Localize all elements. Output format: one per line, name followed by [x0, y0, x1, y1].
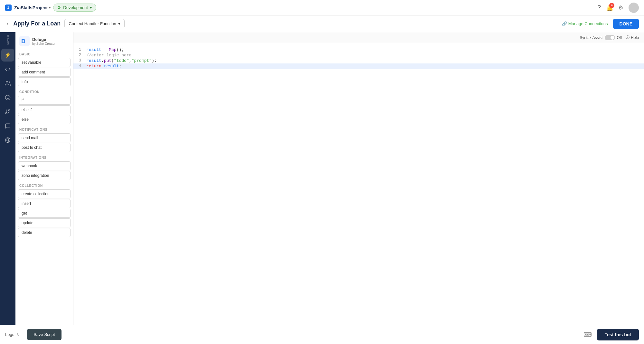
main-footer: Logs ∧ Save Script ⌨ Test this bot	[0, 325, 644, 344]
section-basic-label: BASIC	[15, 49, 73, 57]
snippet-send-mail[interactable]: send mail	[18, 133, 71, 142]
save-script-button[interactable]: Save Script	[27, 329, 61, 340]
done-button[interactable]: DONE	[613, 19, 639, 29]
snippet-insert[interactable]: insert	[18, 199, 71, 208]
env-label: Development	[63, 5, 88, 10]
top-nav-right: ? 🔔 4 ⚙	[598, 3, 639, 13]
sidebar-item-code[interactable]	[1, 63, 14, 76]
logs-bar[interactable]: Logs ∧	[5, 332, 19, 337]
keyboard-icon: ⌨	[583, 331, 592, 338]
back-button[interactable]: ‹	[5, 20, 9, 28]
sidebar-item-chat[interactable]	[1, 119, 14, 132]
line-number-3: 3	[73, 58, 86, 63]
code-line-1: 1 result = Map();	[73, 47, 644, 53]
syntax-assist: Syntax Assist Off	[580, 35, 622, 40]
function-label: Context Handler Function	[69, 21, 116, 26]
code-sidebar: D Deluge by Zoho Creator BASIC set varia…	[15, 32, 73, 344]
notification-count: 4	[609, 3, 614, 8]
deluge-subtitle: by Zoho Creator	[32, 42, 55, 45]
section-basic: BASIC set variable add comment info	[15, 49, 73, 86]
project-dropdown-arrow: ▾	[49, 6, 51, 9]
snippet-create-collection[interactable]: create collection	[18, 189, 71, 198]
logs-label: Logs	[5, 332, 14, 337]
line-content-1: result = Map();	[86, 47, 124, 52]
second-bar-right: 🔗 Manage Connections DONE	[562, 19, 639, 29]
logs-arrow: ∧	[16, 332, 19, 337]
svg-point-6	[5, 112, 7, 114]
page-title: Apply For a Loan	[13, 20, 61, 27]
svg-text:D: D	[21, 38, 25, 44]
snippet-post-to-chat[interactable]: post to chat	[18, 143, 71, 152]
avatar[interactable]	[629, 3, 639, 13]
sidebar-item-users[interactable]	[1, 77, 14, 90]
services-label: Services	[6, 35, 9, 45]
function-dropdown[interactable]: Context Handler Function ▾	[64, 19, 124, 28]
function-dropdown-arrow: ▾	[118, 21, 120, 26]
svg-point-5	[8, 110, 10, 111]
snippet-webhook[interactable]: webhook	[18, 161, 71, 170]
notifications-button[interactable]: 🔔 4	[606, 4, 613, 11]
line-content-2: //enter logic here	[86, 53, 131, 58]
sidebar-item-git[interactable]	[1, 105, 14, 118]
help-icon: ⓘ	[626, 35, 630, 40]
snippet-update[interactable]: update	[18, 218, 71, 227]
section-integrations: INTEGRATIONS webhook zoho integration	[15, 153, 73, 180]
top-nav-left: Z ZiaSkillsProject ▾ ⚙ Development ▾	[5, 4, 598, 12]
line-number-2: 2	[73, 53, 86, 57]
toggle-state-label: Off	[617, 35, 622, 40]
section-collection: COLLECTION create collection insert get …	[15, 181, 73, 237]
link-icon: 🔗	[562, 21, 567, 26]
snippet-else[interactable]: else	[18, 115, 71, 124]
env-gear-icon: ⚙	[57, 5, 61, 10]
snippet-if[interactable]: if	[18, 96, 71, 105]
footer-left: Logs ∧ Save Script	[5, 329, 62, 340]
section-notifications: NOTIFICATIONS send mail post to chat	[15, 125, 73, 152]
deluge-logo: D	[19, 36, 30, 46]
svg-point-0	[6, 81, 8, 83]
line-content-3: result.put("todo","prompt");	[86, 58, 157, 63]
line-number-1: 1	[73, 47, 86, 52]
help-button[interactable]: ⓘ Help	[626, 35, 639, 40]
section-integrations-label: INTEGRATIONS	[15, 153, 73, 161]
second-bar: ‹ Apply For a Loan Context Handler Funct…	[0, 15, 644, 32]
sidebar-item-home[interactable]: ⚡	[1, 49, 14, 62]
code-line-3: 3 result.put("todo","prompt");	[73, 58, 644, 63]
section-condition: CONDITION if else if else	[15, 87, 73, 124]
project-icon: Z	[5, 5, 12, 11]
deluge-info: Deluge by Zoho Creator	[32, 37, 55, 45]
deluge-header: D Deluge by Zoho Creator	[15, 32, 73, 49]
snippet-zoho-integration[interactable]: zoho integration	[18, 171, 71, 180]
syntax-assist-label: Syntax Assist	[580, 35, 602, 40]
snippet-info[interactable]: info	[18, 77, 71, 86]
project-name-text: ZiaSkillsProject	[14, 5, 48, 10]
code-line-2: 2 //enter logic here	[73, 53, 644, 58]
sidebar-item-brain[interactable]	[1, 91, 14, 104]
snippet-add-comment[interactable]: add comment	[18, 68, 71, 77]
code-editor[interactable]: 1 result = Map(); 2 //enter logic here 3…	[73, 43, 644, 344]
manage-connections-label: Manage Connections	[568, 21, 608, 26]
sidebar-item-globe[interactable]	[1, 134, 14, 147]
snippet-delete[interactable]: delete	[18, 228, 71, 237]
settings-button[interactable]: ⚙	[618, 4, 623, 11]
line-content-4: return result;	[86, 64, 121, 69]
help-button[interactable]: ?	[598, 4, 601, 11]
editor-area: Syntax Assist Off ⓘ Help 1 result = Map(…	[73, 32, 644, 344]
footer-right: ⌨ Test this bot	[583, 329, 639, 340]
test-bot-button[interactable]: Test this bot	[597, 329, 639, 340]
section-notifications-label: NOTIFICATIONS	[15, 125, 73, 133]
snippet-set-variable[interactable]: set variable	[18, 58, 71, 67]
top-nav: Z ZiaSkillsProject ▾ ⚙ Development ▾ ? 🔔…	[0, 0, 644, 15]
syntax-assist-toggle[interactable]	[605, 35, 615, 40]
section-condition-label: CONDITION	[15, 87, 73, 95]
manage-connections-link[interactable]: 🔗 Manage Connections	[562, 21, 608, 26]
project-name[interactable]: ZiaSkillsProject ▾	[14, 5, 51, 10]
svg-point-1	[5, 95, 10, 100]
icon-sidebar: Services ⚡	[0, 32, 15, 344]
snippet-get[interactable]: get	[18, 209, 71, 218]
env-arrow: ▾	[90, 5, 92, 10]
editor-toolbar: Syntax Assist Off ⓘ Help	[73, 32, 644, 43]
environment-badge[interactable]: ⚙ Development ▾	[53, 4, 96, 12]
help-label: Help	[631, 35, 639, 40]
code-line-4: 4 return result;	[73, 63, 644, 69]
snippet-else-if[interactable]: else if	[18, 105, 71, 114]
